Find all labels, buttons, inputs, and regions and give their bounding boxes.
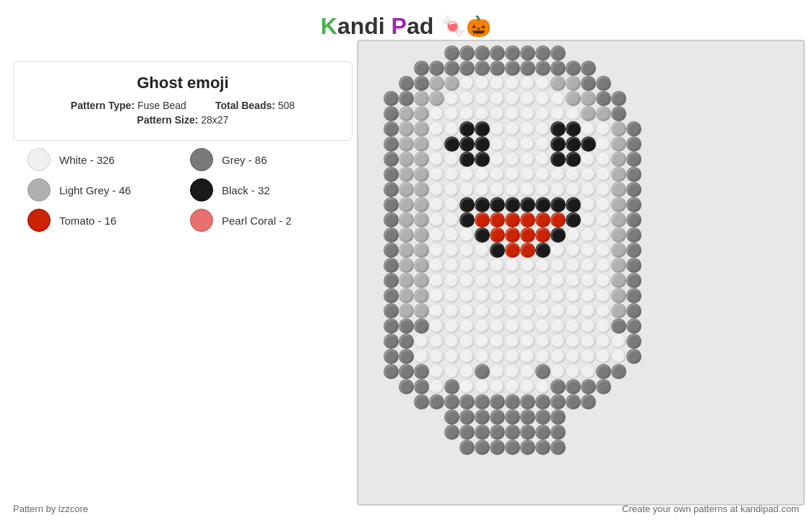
bead: [429, 349, 444, 364]
bead: [763, 394, 778, 410]
bead: [459, 212, 475, 228]
bead: [475, 182, 490, 197]
bead: [414, 303, 429, 318]
bead: [642, 258, 657, 273]
bead: [490, 349, 505, 364]
color-item: Black - 32: [190, 178, 338, 202]
bead: [490, 91, 505, 106]
bead: [444, 303, 459, 318]
bead: [535, 91, 550, 106]
bead: [657, 228, 672, 243]
bead: [657, 318, 672, 334]
bead: [702, 212, 717, 228]
bead: [505, 228, 520, 243]
bead: [687, 121, 702, 136]
bead: [444, 228, 459, 243]
bead: [520, 394, 535, 410]
bead: [596, 212, 611, 228]
bead: [429, 76, 444, 91]
bead: [657, 106, 672, 121]
bead: [581, 121, 596, 136]
bead: [596, 91, 611, 106]
bead: [626, 152, 642, 167]
bead: [399, 410, 414, 425]
bead: [384, 440, 399, 455]
bead: [596, 273, 611, 288]
bead: [702, 121, 717, 136]
bead: [672, 364, 687, 379]
bead: [550, 61, 566, 76]
bead: [778, 212, 793, 228]
bead: [566, 182, 581, 197]
bead: [687, 243, 702, 258]
bead: [414, 379, 429, 394]
bead: [642, 91, 657, 106]
bead: [611, 76, 626, 91]
bead: [399, 61, 414, 76]
bead: [763, 106, 778, 121]
bead: [368, 61, 384, 76]
bead: [717, 379, 733, 394]
bead: [505, 46, 520, 61]
bead: [566, 334, 581, 349]
bead: [596, 303, 611, 318]
bead: [581, 425, 596, 440]
bead: [642, 197, 657, 212]
bead: [490, 46, 505, 61]
color-legend: White - 326 Grey - 86 Light Grey - 46 Bl…: [13, 141, 353, 239]
bead: [657, 410, 672, 425]
bead: [626, 167, 642, 182]
bead: [414, 273, 429, 288]
bead: [566, 410, 581, 425]
bead: [778, 334, 793, 349]
bead: [520, 334, 535, 349]
bead: [763, 318, 778, 334]
bead: [778, 440, 793, 455]
bead: [626, 197, 642, 212]
bead: [778, 273, 793, 288]
bead: [672, 243, 687, 258]
bead: [414, 228, 429, 243]
bead: [429, 394, 444, 410]
bead: [717, 91, 733, 106]
bead: [490, 318, 505, 334]
bead: [550, 136, 566, 152]
bead: [475, 121, 490, 136]
bead: [459, 76, 475, 91]
bead: [384, 152, 399, 167]
bead: [566, 288, 581, 303]
bead: [429, 228, 444, 243]
bead: [444, 334, 459, 349]
color-item: White - 326: [27, 148, 176, 171]
bead: [475, 46, 490, 61]
bead: [368, 136, 384, 152]
bead: [748, 440, 763, 455]
bead: [778, 76, 793, 91]
bead: [459, 410, 475, 425]
bead: [444, 136, 459, 152]
bead: [505, 379, 520, 394]
pattern-title: Ghost emoji: [28, 74, 337, 92]
bead: [368, 273, 384, 288]
bead: [687, 136, 702, 152]
bead: [702, 394, 717, 410]
bead: [581, 76, 596, 91]
bead: [399, 228, 414, 243]
bead: [702, 243, 717, 258]
bead: [642, 410, 657, 425]
bead: [444, 121, 459, 136]
bead: [763, 136, 778, 152]
bead: [702, 136, 717, 152]
bead: [687, 410, 702, 425]
bead: [642, 349, 657, 364]
bead: [733, 76, 748, 91]
bead: [717, 212, 733, 228]
bead: [717, 152, 733, 167]
bead: [520, 167, 535, 182]
bead: [566, 318, 581, 334]
bead: [550, 364, 566, 379]
bead: [520, 364, 535, 379]
bead: [611, 410, 626, 425]
bead: [384, 334, 399, 349]
bead: [778, 197, 793, 212]
